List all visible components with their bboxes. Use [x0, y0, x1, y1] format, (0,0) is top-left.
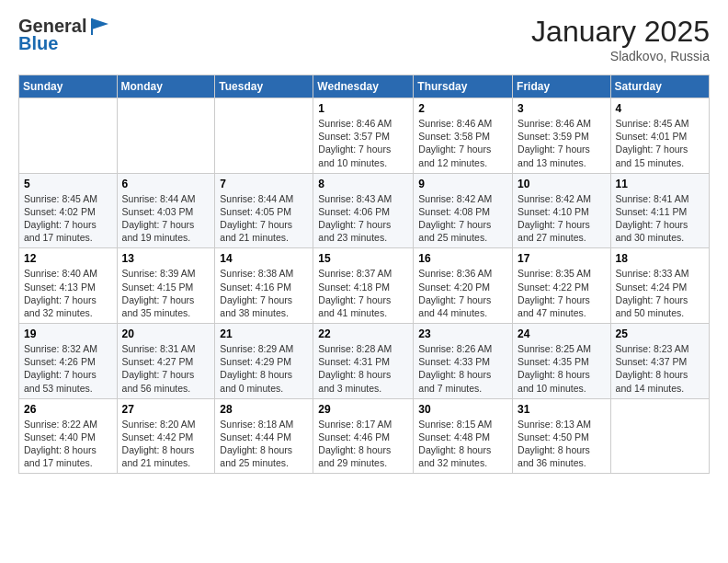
calendar-cell: 11Sunrise: 8:41 AMSunset: 4:11 PMDayligh… [610, 173, 709, 248]
day-number: 18 [616, 252, 704, 265]
day-number: 7 [220, 178, 308, 190]
calendar-cell: 30Sunrise: 8:15 AMSunset: 4:48 PMDayligh… [414, 398, 513, 474]
cell-info: Sunrise: 8:43 AMSunset: 4:06 PMDaylight:… [318, 192, 408, 245]
cell-info: Sunrise: 8:42 AMSunset: 4:10 PMDaylight:… [518, 192, 606, 245]
cell-info: Sunrise: 8:17 AMSunset: 4:46 PMDaylight:… [318, 418, 408, 470]
calendar-week-5: 26Sunrise: 8:22 AMSunset: 4:40 PMDayligh… [19, 398, 710, 474]
day-number: 9 [418, 178, 507, 190]
calendar-cell: 14Sunrise: 8:38 AMSunset: 4:16 PMDayligh… [215, 248, 313, 324]
calendar-cell: 10Sunrise: 8:42 AMSunset: 4:10 PMDayligh… [513, 173, 611, 248]
calendar-cell: 1Sunrise: 8:46 AMSunset: 3:57 PMDaylight… [313, 98, 414, 174]
calendar-cell: 5Sunrise: 8:45 AMSunset: 4:02 PMDaylight… [19, 173, 118, 248]
calendar-week-2: 5Sunrise: 8:45 AMSunset: 4:02 PMDaylight… [19, 173, 710, 248]
weekday-header-row: SundayMondayTuesdayWednesdayThursdayFrid… [19, 75, 710, 98]
day-number: 29 [318, 403, 408, 416]
cell-info: Sunrise: 8:46 AMSunset: 3:59 PMDaylight:… [518, 117, 606, 169]
cell-info: Sunrise: 8:46 AMSunset: 3:58 PMDaylight:… [418, 117, 507, 169]
calendar-cell [610, 398, 709, 474]
day-number: 1 [318, 102, 408, 115]
day-number: 11 [616, 178, 704, 190]
calendar: SundayMondayTuesdayWednesdayThursdayFrid… [18, 75, 710, 474]
day-number: 8 [318, 178, 408, 190]
day-number: 24 [518, 327, 606, 340]
cell-info: Sunrise: 8:45 AMSunset: 4:01 PMDaylight:… [616, 117, 704, 169]
day-number: 6 [122, 178, 210, 190]
calendar-cell: 17Sunrise: 8:35 AMSunset: 4:22 PMDayligh… [513, 248, 611, 324]
calendar-week-3: 12Sunrise: 8:40 AMSunset: 4:13 PMDayligh… [19, 248, 710, 324]
day-number: 21 [220, 327, 308, 340]
day-number: 26 [24, 403, 112, 416]
cell-info: Sunrise: 8:28 AMSunset: 4:31 PMDaylight:… [318, 342, 408, 395]
cell-info: Sunrise: 8:33 AMSunset: 4:24 PMDaylight:… [616, 267, 704, 319]
calendar-cell: 31Sunrise: 8:13 AMSunset: 4:50 PMDayligh… [513, 398, 611, 474]
cell-info: Sunrise: 8:41 AMSunset: 4:11 PMDaylight:… [616, 192, 704, 245]
day-number: 2 [418, 102, 507, 115]
page: General Blue January 2025 Sladkovo, Russ… [0, 0, 728, 488]
cell-info: Sunrise: 8:22 AMSunset: 4:40 PMDaylight:… [24, 418, 112, 470]
calendar-cell: 7Sunrise: 8:44 AMSunset: 4:05 PMDaylight… [215, 173, 313, 248]
calendar-cell [215, 98, 313, 174]
cell-info: Sunrise: 8:18 AMSunset: 4:44 PMDaylight:… [220, 418, 308, 470]
cell-info: Sunrise: 8:25 AMSunset: 4:35 PMDaylight:… [518, 342, 606, 395]
cell-info: Sunrise: 8:20 AMSunset: 4:42 PMDaylight:… [122, 418, 210, 470]
cell-info: Sunrise: 8:29 AMSunset: 4:29 PMDaylight:… [220, 342, 308, 395]
calendar-cell: 12Sunrise: 8:40 AMSunset: 4:13 PMDayligh… [19, 248, 118, 324]
day-number: 16 [418, 252, 507, 265]
cell-info: Sunrise: 8:13 AMSunset: 4:50 PMDaylight:… [518, 418, 606, 470]
calendar-cell [117, 98, 215, 174]
day-number: 23 [418, 327, 507, 340]
header: General Blue January 2025 Sladkovo, Russ… [18, 15, 710, 63]
cell-info: Sunrise: 8:45 AMSunset: 4:02 PMDaylight:… [24, 192, 112, 245]
calendar-cell: 4Sunrise: 8:45 AMSunset: 4:01 PMDaylight… [610, 98, 709, 174]
day-number: 10 [518, 178, 606, 190]
day-number: 22 [318, 327, 408, 340]
calendar-cell: 27Sunrise: 8:20 AMSunset: 4:42 PMDayligh… [117, 398, 215, 474]
day-number: 5 [24, 178, 112, 190]
cell-info: Sunrise: 8:46 AMSunset: 3:57 PMDaylight:… [318, 117, 408, 169]
logo: General Blue [18, 15, 112, 54]
cell-info: Sunrise: 8:35 AMSunset: 4:22 PMDaylight:… [518, 267, 606, 319]
day-number: 19 [24, 327, 112, 340]
calendar-cell: 9Sunrise: 8:42 AMSunset: 4:08 PMDaylight… [414, 173, 513, 248]
weekday-header-wednesday: Wednesday [313, 75, 414, 98]
cell-info: Sunrise: 8:40 AMSunset: 4:13 PMDaylight:… [24, 267, 112, 319]
weekday-header-tuesday: Tuesday [215, 75, 313, 98]
cell-info: Sunrise: 8:32 AMSunset: 4:26 PMDaylight:… [24, 342, 112, 395]
calendar-cell: 13Sunrise: 8:39 AMSunset: 4:15 PMDayligh… [117, 248, 215, 324]
calendar-cell: 29Sunrise: 8:17 AMSunset: 4:46 PMDayligh… [313, 398, 414, 474]
svg-rect-1 [91, 18, 93, 35]
day-number: 20 [122, 327, 210, 340]
calendar-cell: 20Sunrise: 8:31 AMSunset: 4:27 PMDayligh… [117, 324, 215, 399]
day-number: 28 [220, 403, 308, 416]
cell-info: Sunrise: 8:23 AMSunset: 4:37 PMDaylight:… [616, 342, 704, 395]
calendar-cell: 6Sunrise: 8:44 AMSunset: 4:03 PMDaylight… [117, 173, 215, 248]
weekday-header-sunday: Sunday [19, 75, 118, 98]
cell-info: Sunrise: 8:44 AMSunset: 4:05 PMDaylight:… [220, 192, 308, 245]
calendar-cell: 8Sunrise: 8:43 AMSunset: 4:06 PMDaylight… [313, 173, 414, 248]
day-number: 30 [418, 403, 507, 416]
day-number: 27 [122, 403, 210, 416]
weekday-header-friday: Friday [513, 75, 611, 98]
calendar-cell: 24Sunrise: 8:25 AMSunset: 4:35 PMDayligh… [513, 324, 611, 399]
logo-icon [88, 17, 112, 37]
calendar-week-4: 19Sunrise: 8:32 AMSunset: 4:26 PMDayligh… [19, 324, 710, 399]
calendar-cell: 16Sunrise: 8:36 AMSunset: 4:20 PMDayligh… [414, 248, 513, 324]
calendar-cell: 15Sunrise: 8:37 AMSunset: 4:18 PMDayligh… [313, 248, 414, 324]
calendar-cell: 22Sunrise: 8:28 AMSunset: 4:31 PMDayligh… [313, 324, 414, 399]
day-number: 3 [518, 102, 606, 115]
logo-blue: Blue [18, 33, 58, 54]
title-block: January 2025 Sladkovo, Russia [531, 15, 710, 63]
cell-info: Sunrise: 8:37 AMSunset: 4:18 PMDaylight:… [318, 267, 408, 319]
day-number: 17 [518, 252, 606, 265]
calendar-week-1: 1Sunrise: 8:46 AMSunset: 3:57 PMDaylight… [19, 98, 710, 174]
cell-info: Sunrise: 8:31 AMSunset: 4:27 PMDaylight:… [122, 342, 210, 395]
month-title: January 2025 [531, 15, 710, 49]
cell-info: Sunrise: 8:36 AMSunset: 4:20 PMDaylight:… [418, 267, 507, 319]
cell-info: Sunrise: 8:39 AMSunset: 4:15 PMDaylight:… [122, 267, 210, 319]
calendar-cell: 3Sunrise: 8:46 AMSunset: 3:59 PMDaylight… [513, 98, 611, 174]
cell-info: Sunrise: 8:26 AMSunset: 4:33 PMDaylight:… [418, 342, 507, 395]
day-number: 14 [220, 252, 308, 265]
day-number: 15 [318, 252, 408, 265]
calendar-cell: 2Sunrise: 8:46 AMSunset: 3:58 PMDaylight… [414, 98, 513, 174]
cell-info: Sunrise: 8:44 AMSunset: 4:03 PMDaylight:… [122, 192, 210, 245]
